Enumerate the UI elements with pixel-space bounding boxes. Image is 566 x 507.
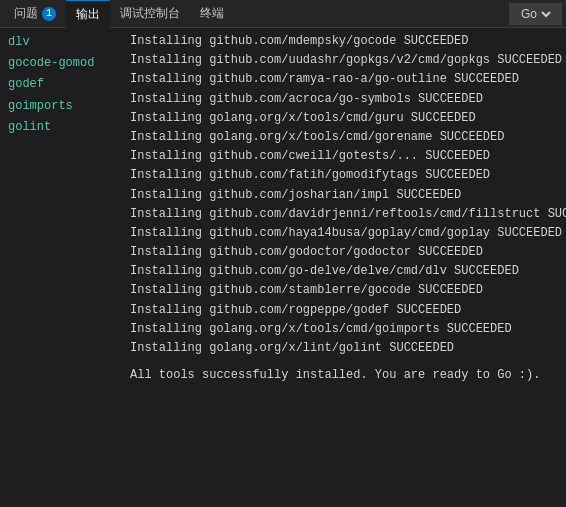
output-line: Installing github.com/cweill/gotests/...… — [130, 147, 558, 166]
tab-bar-right: Go — [509, 3, 562, 25]
tab-debug[interactable]: 调试控制台 — [110, 0, 190, 28]
list-item: goimports — [8, 96, 122, 117]
output-line: Installing github.com/stamblerre/gocode … — [130, 281, 558, 300]
output-line: Installing golang.org/x/lint/golint SUCC… — [130, 339, 558, 358]
problems-badge: 1 — [42, 7, 56, 21]
list-item: godef — [8, 74, 122, 95]
final-message: All tools successfully installed. You ar… — [130, 366, 558, 385]
output-line: Installing github.com/ramya-rao-a/go-out… — [130, 70, 558, 89]
tab-bar-left: 问题 1 输出 调试控制台 终端 — [4, 0, 234, 28]
language-select[interactable]: Go — [517, 6, 554, 22]
output-line: Installing github.com/josharian/impl SUC… — [130, 186, 558, 205]
output-line: Installing github.com/uudashr/gopkgs/v2/… — [130, 51, 558, 70]
tab-output[interactable]: 输出 — [66, 0, 110, 28]
tab-bar: 问题 1 输出 调试控制台 终端 Go — [0, 0, 566, 28]
output-line: Installing golang.org/x/tools/cmd/goimpo… — [130, 320, 558, 339]
tab-terminal-label: 终端 — [200, 5, 224, 22]
tab-problems-label: 问题 — [14, 5, 38, 22]
list-item: dlv — [8, 32, 122, 53]
output-line: Installing github.com/godoctor/godoctor … — [130, 243, 558, 262]
output-line: Installing github.com/acroca/go-symbols … — [130, 90, 558, 109]
tab-terminal[interactable]: 终端 — [190, 0, 234, 28]
output-line: Installing github.com/haya14busa/goplay/… — [130, 224, 558, 243]
tab-output-label: 输出 — [76, 6, 100, 23]
output-line: Installing github.com/go-delve/delve/cmd… — [130, 262, 558, 281]
tab-debug-label: 调试控制台 — [120, 5, 180, 22]
output-lines: Installing github.com/mdempsky/gocode SU… — [130, 32, 558, 358]
output-panel[interactable]: Installing github.com/mdempsky/gocode SU… — [130, 28, 566, 507]
sidebar-list: dlv gocode-gomod godef goimports golint — [0, 28, 130, 507]
output-line: Installing github.com/fatih/gomodifytags… — [130, 166, 558, 185]
language-selector[interactable]: Go — [509, 3, 562, 25]
tab-problems[interactable]: 问题 1 — [4, 0, 66, 28]
output-line: Installing github.com/rogpeppe/godef SUC… — [130, 301, 558, 320]
output-line: Installing golang.org/x/tools/cmd/guru S… — [130, 109, 558, 128]
content-area: dlv gocode-gomod godef goimports golint … — [0, 28, 566, 507]
output-line: Installing github.com/mdempsky/gocode SU… — [130, 32, 558, 51]
list-item: gocode-gomod — [8, 53, 122, 74]
output-line: Installing golang.org/x/tools/cmd/gorena… — [130, 128, 558, 147]
list-item: golint — [8, 117, 122, 138]
output-line: Installing github.com/davidrjenni/reftoo… — [130, 205, 558, 224]
